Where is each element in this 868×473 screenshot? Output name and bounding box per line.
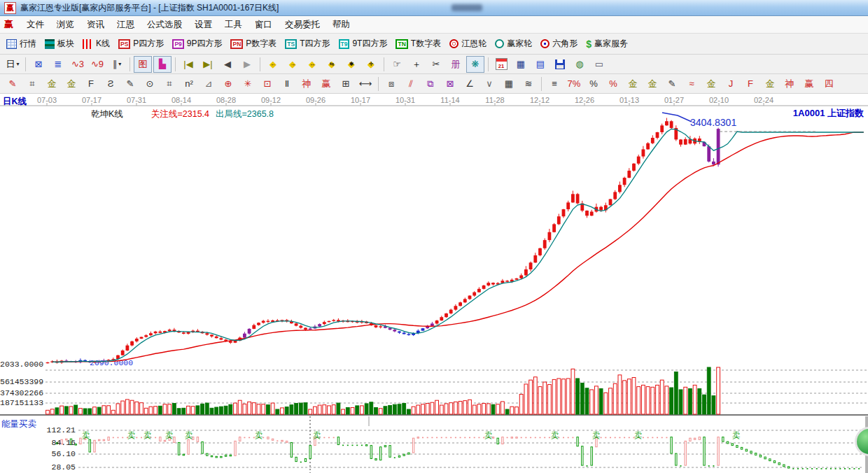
- gold-lines-tool[interactable]: 金: [643, 76, 662, 92]
- spiral-tool[interactable]: Ƨ: [102, 76, 120, 92]
- pen-tool[interactable]: ✎: [121, 76, 139, 92]
- t-number-button[interactable]: TNT数字表: [392, 36, 446, 51]
- gold-square2-tool[interactable]: 金: [62, 76, 80, 92]
- p-square-button[interactable]: PSP四方形: [115, 36, 169, 51]
- kline-pair-tool[interactable]: Ⅱ: [278, 76, 296, 92]
- ribbon-tool-button[interactable]: 册: [447, 56, 465, 73]
- pct-tool[interactable]: %: [584, 76, 603, 92]
- menu-settings[interactable]: 设置: [188, 17, 218, 33]
- diamond-shift-right-button[interactable]: ◆→: [284, 56, 302, 73]
- net-box-tool[interactable]: ⊠: [441, 76, 459, 92]
- ying-grid-tool[interactable]: 赢: [317, 76, 335, 92]
- gold-angle-tool[interactable]: 金: [761, 76, 779, 92]
- candle-style-button[interactable]: ∥▾: [108, 56, 126, 73]
- computer-button[interactable]: ▭: [590, 56, 608, 73]
- jump-last-button[interactable]: ▶|: [199, 56, 217, 73]
- menu-gann[interactable]: 江恩: [111, 17, 141, 33]
- f-angle-tool[interactable]: F: [741, 76, 760, 92]
- menu-window[interactable]: 窗口: [248, 17, 279, 33]
- brain-button[interactable]: ❋: [466, 56, 484, 73]
- compass-tool[interactable]: ⊙: [141, 76, 159, 92]
- column-bars-tool[interactable]: ≡: [545, 76, 564, 92]
- hexagon-button[interactable]: 六角形: [537, 36, 582, 51]
- p9-square-button[interactable]: P99P四方形: [169, 36, 227, 51]
- calculator-button-icon: ▦: [517, 59, 525, 69]
- wave-lines-tool[interactable]: ≈: [682, 76, 701, 92]
- pen-tool-icon: ✎: [127, 79, 134, 88]
- next-bar-button[interactable]: ▶: [238, 56, 256, 73]
- jump-first-button[interactable]: |◀: [179, 56, 197, 73]
- crosshair-tool-button[interactable]: ＋: [407, 56, 426, 73]
- j-angle-tool[interactable]: J: [722, 76, 740, 92]
- box-target-tool[interactable]: ⊡: [258, 76, 276, 92]
- red-pen-tool[interactable]: ✎: [4, 76, 22, 92]
- period-day-button[interactable]: 日▾: [4, 56, 22, 73]
- quotes-button[interactable]: 行情: [3, 36, 41, 51]
- calendar-button[interactable]: 21: [492, 56, 510, 73]
- menu-trade[interactable]: 交易委托: [279, 17, 326, 33]
- kline-chart[interactable]: [0, 94, 868, 473]
- x-axis-date: 09-12: [255, 96, 287, 104]
- t9-square-button[interactable]: T99T四方形: [335, 36, 393, 51]
- grid-tool[interactable]: ⌗: [23, 76, 41, 92]
- f-square-tool[interactable]: F: [82, 76, 100, 92]
- n2-tool[interactable]: n²: [180, 76, 198, 92]
- scissors-tool-button-icon: ✂: [433, 59, 440, 69]
- diamond-expand-button[interactable]: ◆↔: [303, 56, 321, 73]
- prev-bar-button[interactable]: ◀: [218, 56, 237, 73]
- diamond-shift-left-button[interactable]: ◆←: [264, 56, 282, 73]
- scissors-tool-button[interactable]: ✂: [427, 56, 445, 73]
- shen-grid-tool[interactable]: 神: [298, 76, 316, 92]
- width-arrow-tool[interactable]: ⟷: [356, 76, 374, 92]
- diamond-star-button[interactable]: ◆✱: [342, 56, 360, 73]
- diamond-cross-button[interactable]: ◆✛: [362, 56, 380, 73]
- menu-news[interactable]: 资讯: [80, 17, 111, 33]
- menu-tools[interactable]: 工具: [218, 17, 248, 33]
- angle-line-tool[interactable]: ∠: [461, 76, 479, 92]
- gold-square-tool[interactable]: 金: [43, 76, 61, 92]
- gold-line2-tool[interactable]: 金: [702, 76, 720, 92]
- kline-button[interactable]: K线: [79, 36, 115, 51]
- grid-table-tool[interactable]: ▦: [500, 76, 518, 92]
- period-label[interactable]: 日K线: [3, 96, 27, 108]
- number-grid-tool[interactable]: ⊞: [337, 76, 355, 92]
- seven-pct-tool[interactable]: 7%: [565, 76, 583, 92]
- winner-wheel-button[interactable]: 赢家轮: [491, 36, 537, 51]
- zigzag-tool[interactable]: ∨: [480, 76, 498, 92]
- save-button[interactable]: [551, 56, 569, 73]
- frame-tool[interactable]: ⧈: [382, 76, 400, 92]
- network-button[interactable]: ⊠: [29, 56, 48, 73]
- winner-service-button[interactable]: $赢家服务: [582, 36, 633, 51]
- gold-circle-tool[interactable]: 金: [624, 76, 642, 92]
- notes-button[interactable]: ▤: [531, 56, 550, 73]
- pct-line-tool[interactable]: %: [604, 76, 622, 92]
- sectors-button[interactable]: 板块: [41, 36, 79, 51]
- pen-bars-tool[interactable]: ✎: [663, 76, 681, 92]
- fan-lines-tool[interactable]: ⫽: [402, 76, 420, 92]
- gann-wheel-button[interactable]: 江恩轮: [446, 36, 491, 51]
- p-number-button[interactable]: PNP数字表: [227, 36, 281, 51]
- hand-tool-button[interactable]: ☞: [388, 56, 406, 73]
- ying-lines-tool[interactable]: 赢: [800, 76, 818, 92]
- web-export-button[interactable]: ◍: [570, 56, 589, 73]
- hash-grid-tool[interactable]: ⌗: [160, 76, 178, 92]
- star-target-tool[interactable]: ✳: [239, 76, 257, 92]
- gann-box-tool[interactable]: ⧉: [421, 76, 440, 92]
- circle-target-tool[interactable]: ⊕: [219, 76, 237, 92]
- wave3-button[interactable]: ∿3: [69, 56, 87, 73]
- capture-button[interactable]: 图: [134, 56, 152, 73]
- menu-help[interactable]: 帮助: [326, 17, 356, 33]
- wave9-button[interactable]: ∿9: [88, 56, 106, 73]
- menu-formula-stockpick[interactable]: 公式选股: [141, 17, 188, 33]
- sail-tool[interactable]: ⊿: [200, 76, 218, 92]
- parallel-lines-tool[interactable]: ≋: [519, 76, 538, 92]
- menu-file[interactable]: 文件: [20, 17, 50, 33]
- menu-browse[interactable]: 浏览: [50, 17, 80, 33]
- diamond-compress-button[interactable]: ◆⇆: [323, 56, 341, 73]
- t-square-button[interactable]: TST四方形: [281, 36, 335, 51]
- shen-lines-tool[interactable]: 神: [780, 76, 799, 92]
- calculator-button[interactable]: ▦: [512, 56, 530, 73]
- info-list-button[interactable]: ≣: [49, 56, 67, 73]
- si-lines-tool[interactable]: 四: [820, 76, 838, 92]
- histogram-button[interactable]: ▙: [153, 56, 172, 73]
